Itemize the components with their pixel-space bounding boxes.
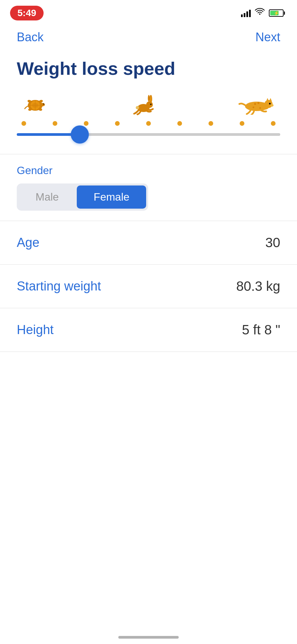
status-icons: ⚡ — [241, 8, 284, 18]
age-label: Age — [17, 235, 40, 250]
svg-point-16 — [150, 104, 152, 105]
height-row[interactable]: Height 5 ft 8 " — [0, 308, 297, 352]
height-label: Height — [17, 323, 54, 337]
back-button[interactable]: Back — [17, 30, 44, 44]
svg-marker-21 — [269, 98, 272, 101]
speed-dot-2 — [53, 121, 57, 126]
speed-dot-4 — [115, 121, 120, 126]
gender-section: Gender Male Female — [0, 154, 297, 221]
starting-weight-value: 80.3 kg — [236, 279, 280, 294]
data-section: Age 30 Starting weight 80.3 kg Height 5 … — [0, 221, 297, 352]
status-bar: 5:49 ⚡ — [0, 0, 297, 23]
turtle-icon — [20, 95, 50, 116]
speed-dot-1 — [21, 121, 26, 126]
home-indicator — [118, 636, 179, 639]
nav-bar: Back Next — [0, 23, 297, 51]
next-button[interactable]: Next — [255, 30, 280, 44]
speed-icons-row — [17, 93, 280, 118]
cheetah-icon — [237, 95, 277, 116]
age-row[interactable]: Age 30 — [0, 221, 297, 265]
starting-weight-label: Starting weight — [17, 279, 101, 293]
svg-point-5 — [40, 103, 45, 106]
svg-point-17 — [136, 106, 139, 109]
time-display: 5:49 — [10, 6, 44, 20]
gender-toggle: Male Female — [17, 183, 148, 211]
svg-point-14 — [150, 96, 152, 102]
gender-female-button[interactable]: Female — [77, 185, 146, 209]
svg-point-24 — [254, 103, 256, 105]
height-value: 5 ft 8 " — [242, 322, 280, 337]
gender-male-button[interactable]: Male — [19, 185, 75, 209]
speed-section — [0, 90, 297, 154]
svg-point-26 — [253, 106, 254, 108]
speed-dot-3 — [84, 121, 88, 126]
starting-weight-row[interactable]: Starting weight 80.3 kg — [0, 265, 297, 308]
speed-dot-9 — [271, 121, 276, 126]
svg-marker-20 — [266, 98, 269, 101]
speed-dot-8 — [240, 121, 244, 126]
speed-slider-container — [17, 128, 280, 141]
battery-icon: ⚡ — [269, 9, 284, 17]
rabbit-icon — [130, 93, 157, 118]
speed-dots-row — [17, 121, 280, 126]
svg-point-27 — [259, 107, 261, 109]
wifi-icon — [255, 8, 265, 18]
speed-dot-5 — [146, 121, 151, 126]
gender-label: Gender — [17, 164, 280, 177]
speed-dot-6 — [177, 121, 182, 126]
age-value: 30 — [265, 235, 281, 250]
svg-point-12 — [146, 101, 153, 108]
svg-point-25 — [257, 102, 259, 104]
svg-point-15 — [148, 95, 150, 102]
signal-icon — [241, 9, 251, 17]
page-title: Weight loss speed — [0, 51, 297, 90]
svg-point-23 — [270, 104, 274, 107]
svg-point-22 — [269, 103, 271, 104]
speed-dot-7 — [209, 121, 213, 126]
speed-slider[interactable] — [17, 133, 280, 136]
svg-point-6 — [43, 103, 44, 104]
